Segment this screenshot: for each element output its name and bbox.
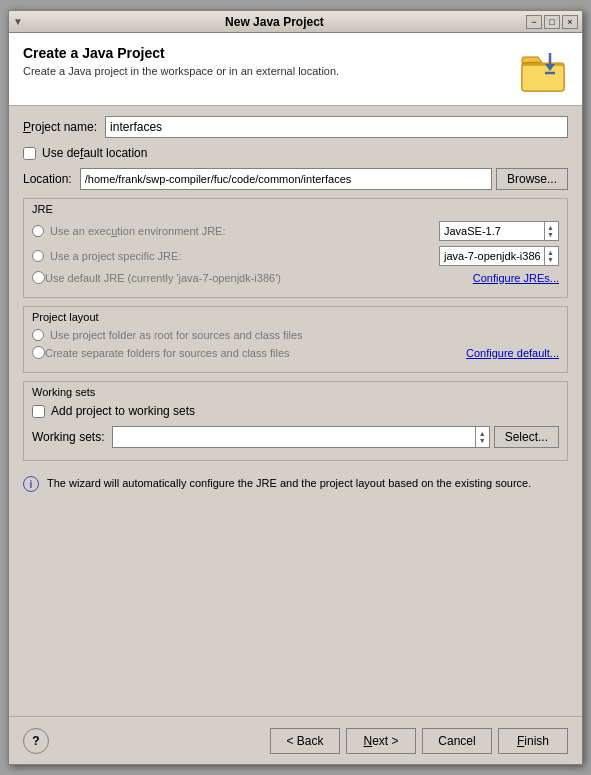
layout-option1-row: Use project folder as root for sources a… — [32, 329, 559, 341]
jre-option2-select-text: java-7-openjdk-i386 — [442, 250, 544, 262]
footer-left: ? — [23, 728, 49, 754]
use-default-location-checkbox[interactable] — [23, 147, 36, 160]
add-to-working-sets-label: Add project to working sets — [51, 404, 195, 418]
finish-button[interactable]: Finish — [498, 728, 568, 754]
footer: ? < Back Next > Cancel Finish — [9, 716, 582, 764]
select-button[interactable]: Select... — [494, 426, 559, 448]
down-arrow-icon: ▼ — [547, 231, 554, 238]
jre-option3-label: Use default JRE (currently 'java-7-openj… — [45, 272, 281, 284]
down-arrow-ws: ▼ — [479, 437, 486, 444]
jre-option2-select[interactable]: java-7-openjdk-i386 ▲ ▼ — [439, 246, 559, 266]
jre-option1-select-text: JavaSE-1.7 — [442, 225, 544, 237]
working-sets-group: Working sets Add project to working sets… — [23, 381, 568, 461]
title-bar: ▼ New Java Project − □ × — [9, 11, 582, 33]
project-name-row: Project name: — [23, 116, 568, 138]
layout-option1-radio[interactable] — [32, 329, 44, 341]
working-sets-legend: Working sets — [28, 386, 559, 398]
location-row: Location: Browse... — [23, 168, 568, 190]
jre-option1-select-wrapper: JavaSE-1.7 ▲ ▼ — [439, 221, 559, 241]
next-button[interactable]: Next > — [346, 728, 416, 754]
up-arrow-icon2: ▲ — [547, 249, 554, 256]
main-window: ▼ New Java Project − □ × Create a Java P… — [8, 10, 583, 765]
jre-legend: JRE — [28, 203, 559, 215]
location-input[interactable] — [80, 168, 492, 190]
info-text: The wizard will automatically configure … — [47, 475, 531, 492]
jre-option3-radio[interactable] — [32, 271, 45, 284]
back-button[interactable]: < Back — [270, 728, 340, 754]
configure-jres-link[interactable]: Configure JREs... — [473, 272, 559, 284]
working-sets-label: Working sets: — [32, 430, 104, 444]
browse-button[interactable]: Browse... — [496, 168, 568, 190]
close-button[interactable]: × — [562, 15, 578, 29]
jre-option2-row: Use a project specific JRE: java-7-openj… — [32, 246, 559, 266]
title-bar-left: ▼ — [13, 16, 23, 27]
jre-option2-label: Use a project specific JRE: — [50, 250, 181, 262]
jre-group: JRE Use an execution environment JRE: Ja… — [23, 198, 568, 298]
up-arrow-icon: ▲ — [547, 224, 554, 231]
project-name-label: Project name: — [23, 120, 97, 134]
jre-option2-radio[interactable] — [32, 250, 44, 262]
use-default-location-label: Use default location — [42, 146, 147, 160]
working-sets-field-wrapper: ▲ ▼ — [112, 426, 489, 448]
footer-right: < Back Next > Cancel Finish — [270, 728, 568, 754]
layout-group: Project layout Use project folder as roo… — [23, 306, 568, 373]
content-area: Project name: Use default location Locat… — [9, 106, 582, 716]
window-title: New Java Project — [23, 15, 526, 29]
configure-default-link[interactable]: Configure default... — [466, 347, 559, 359]
jre-option2-select-arrows: ▲ ▼ — [544, 247, 556, 265]
layout-option2-row: Create separate folders for sources and … — [32, 346, 559, 359]
jre-option1-select-arrows: ▲ ▼ — [544, 222, 556, 240]
down-arrow-icon2: ▼ — [547, 256, 554, 263]
jre-option3-row: Use default JRE (currently 'java-7-openj… — [32, 271, 559, 284]
title-bar-arrow: ▼ — [13, 16, 23, 27]
use-default-location-row: Use default location — [23, 146, 568, 160]
help-button[interactable]: ? — [23, 728, 49, 754]
jre-option1-select[interactable]: JavaSE-1.7 ▲ ▼ — [439, 221, 559, 241]
working-sets-arrows[interactable]: ▲ ▼ — [475, 427, 489, 447]
working-sets-input-row: Working sets: ▲ ▼ Select... — [32, 426, 559, 448]
jre-option1-row: Use an execution environment JRE: JavaSE… — [32, 221, 559, 241]
header-subtitle: Create a Java project in the workspace o… — [23, 65, 518, 77]
header-section: Create a Java Project Create a Java proj… — [9, 33, 582, 106]
working-sets-input[interactable] — [113, 427, 474, 447]
header-text: Create a Java Project Create a Java proj… — [23, 45, 518, 77]
header-title: Create a Java Project — [23, 45, 518, 61]
layout-option2-radio[interactable] — [32, 346, 45, 359]
up-arrow-ws: ▲ — [479, 430, 486, 437]
cancel-button[interactable]: Cancel — [422, 728, 492, 754]
location-label: Location: — [23, 172, 72, 186]
minimize-button[interactable]: − — [526, 15, 542, 29]
jre-option1-label: Use an execution environment JRE: — [50, 225, 226, 237]
info-icon: i — [23, 476, 39, 492]
add-to-working-sets-checkbox[interactable] — [32, 405, 45, 418]
layout-option1-label: Use project folder as root for sources a… — [50, 329, 303, 341]
folder-icon — [518, 45, 568, 95]
jre-option2-select-wrapper: java-7-openjdk-i386 ▲ ▼ — [439, 246, 559, 266]
layout-option2-label: Create separate folders for sources and … — [45, 347, 290, 359]
maximize-button[interactable]: □ — [544, 15, 560, 29]
svg-rect-1 — [522, 65, 564, 91]
title-bar-controls: − □ × — [526, 15, 578, 29]
info-box: i The wizard will automatically configur… — [23, 469, 568, 498]
project-name-input[interactable] — [105, 116, 568, 138]
jre-option1-radio[interactable] — [32, 225, 44, 237]
layout-legend: Project layout — [28, 311, 559, 323]
add-to-working-sets-row: Add project to working sets — [32, 404, 559, 418]
